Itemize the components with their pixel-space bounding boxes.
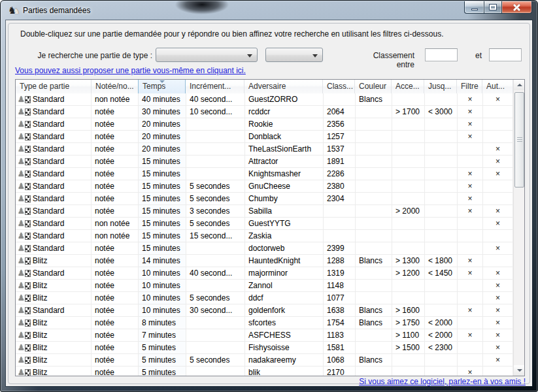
rating-max-input[interactable] <box>489 48 522 61</box>
table-row[interactable]: ♟Standardnotée15 minutes5 secondesGnuChe… <box>16 180 513 193</box>
chessboard-pawn-icon: ♟ <box>18 269 31 278</box>
header-color[interactable]: Couleur <box>355 80 392 93</box>
scrollbar-thumb[interactable] <box>514 92 524 188</box>
table-row[interactable]: ♟Standardnon notée15 minutes5 secondesGu… <box>16 218 513 230</box>
cell-type: ♟Standard <box>16 242 92 254</box>
cell-color <box>356 280 392 291</box>
cell-filter <box>458 342 483 353</box>
header-rating[interactable]: Class... <box>323 80 355 93</box>
cell-rated: notée <box>92 180 139 192</box>
cell-filter <box>458 143 483 155</box>
table-row[interactable]: ♟Blitznotée7 minutesASFCHESS1183> 1100< … <box>16 329 513 342</box>
cell-color: Blancs <box>356 317 392 329</box>
header-filter[interactable]: Filtre <box>457 80 482 93</box>
titlebar[interactable]: ♞♞ Parties demandées <box>1 1 537 20</box>
cell-filter <box>458 242 483 254</box>
table-row[interactable]: ♟Standardnotée15 minutesKnightsmasher228… <box>16 168 513 180</box>
table-row[interactable]: ♟Standardnon notée15 minutes15 second...… <box>16 230 513 242</box>
cell-rated: notée <box>92 255 139 267</box>
header-accept-min[interactable]: Acce... <box>392 80 424 93</box>
cell-accept-max: < 2300 <box>425 342 458 353</box>
table-row[interactable]: ♟Standardnotée10 minutes40 second...majo… <box>16 267 513 280</box>
cell-opponent: Zannol <box>245 280 324 291</box>
table-row[interactable]: ♟Blitznotée14 minutesHauntedKnight1288Bl… <box>16 255 513 267</box>
cell-color: Blancs <box>356 304 392 316</box>
table-row[interactable]: ♟Standardnotée15 minutes3 secondesSabill… <box>16 205 513 218</box>
table-row[interactable]: ♟Standardnotée15 minutesAttractor1891× <box>16 155 513 168</box>
table-row[interactable]: ♟Standardnotée15 minutesdoctorweb2399× <box>16 242 513 255</box>
tell-friends-link[interactable]: Si vous aimez ce logiciel, parlez-en à v… <box>359 377 526 386</box>
cell-auto <box>483 230 513 242</box>
cell-opponent: Fishysoisse <box>245 342 324 353</box>
cell-opponent: goldenfork <box>245 304 324 316</box>
cell-auto: × <box>483 168 513 180</box>
cell-rating: 1288 <box>324 255 356 267</box>
game-type-select[interactable] <box>156 48 258 62</box>
table-row[interactable]: ♟Blitznotée5 minutes5 secondesnadakareem… <box>16 354 513 367</box>
table-row[interactable]: ♟Standardnotée20 minutesDonblack1257× <box>16 131 513 143</box>
header-auto[interactable]: Aut... <box>482 80 513 93</box>
cell-time: 10 minutes <box>139 292 186 304</box>
table-row[interactable]: ♟Blitznotée10 minutes5 secondesddcf1077× <box>16 292 513 304</box>
cell-accept-min: > 2000 <box>392 205 425 217</box>
cell-filter: × <box>458 367 483 376</box>
table-row[interactable]: ♟Standardnotée15 minutes5 secondesChumby… <box>16 193 513 205</box>
chessboard-pawn-icon: ♟ <box>18 355 31 365</box>
cell-filter <box>458 280 483 291</box>
cell-color <box>356 155 392 167</box>
table-row[interactable]: ♟Standardnon notée40 minutes40 second...… <box>16 93 513 106</box>
cell-accept-min <box>392 280 425 291</box>
header-accept-max[interactable]: Jusq... <box>424 80 457 93</box>
cell-color <box>356 267 392 279</box>
minimize-button[interactable] <box>464 1 484 14</box>
cell-rated: notée <box>92 292 139 304</box>
chessboard-pawn-icon: ♟ <box>18 95 31 104</box>
header-increment[interactable]: Incrément... <box>186 80 244 93</box>
cell-rating <box>324 230 356 242</box>
cell-accept-min <box>392 168 425 180</box>
cell-time: 20 minutes <box>139 143 186 155</box>
cell-rating: 1183 <box>324 329 356 341</box>
cell-auto <box>483 193 513 204</box>
table-row[interactable]: ♟Standardnotée20 minutesRookie2356× <box>16 118 513 131</box>
scroll-down-button[interactable] <box>514 365 525 376</box>
propose-game-link[interactable]: Vous pouvez aussi proposer une partie vo… <box>15 66 246 75</box>
cell-type: ♟Standard <box>16 93 92 105</box>
cell-increment <box>186 280 245 291</box>
cell-color: Blancs <box>356 354 392 366</box>
header-type[interactable]: Type de partie <box>16 80 92 93</box>
maximize-button[interactable] <box>484 1 502 14</box>
sort-desc-icon <box>160 80 165 83</box>
cell-auto: × <box>483 342 513 353</box>
header-rated[interactable]: Notée/no... <box>92 80 139 93</box>
cell-auto: × <box>483 242 513 254</box>
game-variant-select[interactable] <box>265 48 323 62</box>
cell-accept-max: < 1800 <box>425 255 458 267</box>
table-row[interactable]: ♟Blitznotée5 minutesblik2170× <box>16 367 513 376</box>
header-opponent[interactable]: Adversaire <box>244 80 323 93</box>
header-time[interactable]: Temps <box>138 80 186 93</box>
close-button[interactable] <box>502 1 532 14</box>
table-row[interactable]: ♟Standardnotée20 minutesTheLastSionEarth… <box>16 143 513 155</box>
table-row[interactable]: ♟Standardnotée10 minutes30 second...gold… <box>16 304 513 317</box>
chessboard-pawn-icon: ♟ <box>18 107 31 116</box>
table-row[interactable]: ♟Blitznotée5 minutesFishysoisse1581> 150… <box>16 342 513 354</box>
cell-auto: × <box>483 280 513 291</box>
cell-rating: 1581 <box>324 342 356 353</box>
cell-filter: × <box>458 267 483 279</box>
cell-color <box>356 367 392 376</box>
scroll-up-button[interactable] <box>514 80 525 90</box>
table-row[interactable]: ♟Blitznotée10 minutesZannol1148× <box>16 280 513 292</box>
chessboard-pawn-icon: ♟ <box>18 132 31 141</box>
cell-auto: × <box>483 329 513 341</box>
table-row[interactable]: ♟Standardnotée30 minutes10 second...rcdd… <box>16 106 513 118</box>
table-row[interactable]: ♟Blitznotée8 minutessfcortes1754Blancs> … <box>16 317 513 329</box>
cell-color <box>356 193 392 204</box>
cell-type: ♟Blitz <box>16 342 92 353</box>
cell-opponent: GnuCheese <box>245 180 324 192</box>
chessboard-pawn-icon: ♟ <box>18 231 31 240</box>
rating-min-input[interactable] <box>425 48 458 61</box>
vertical-scrollbar[interactable] <box>513 80 524 376</box>
cell-accept-max <box>425 218 458 229</box>
cell-accept-min: > 1500 <box>392 342 425 353</box>
